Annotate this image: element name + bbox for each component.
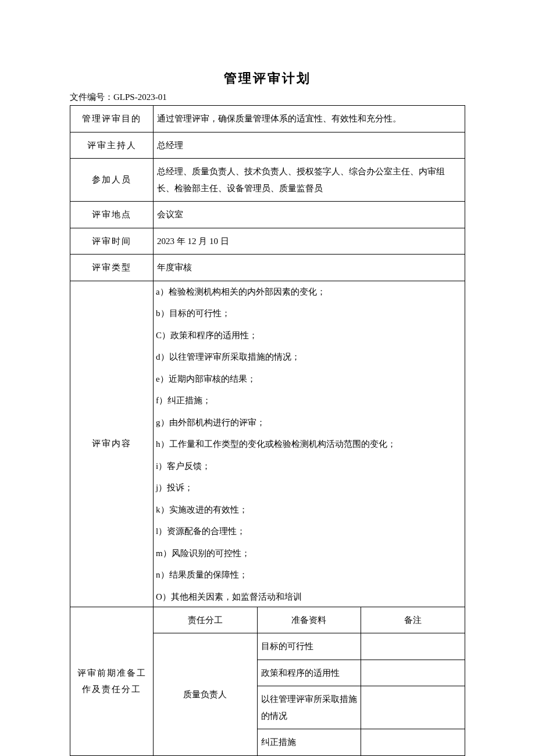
prep-material-0: 目标的可行性 (257, 633, 361, 660)
content-item-6: g）由外部机构进行的评审； (156, 412, 462, 434)
label-content: 评审内容 (70, 281, 154, 607)
prep-remark-0 (361, 633, 465, 660)
row-location: 评审地点 会议室 (70, 202, 465, 228)
content-item-1: b）目标的可行性； (156, 303, 462, 325)
document-page: 管理评审计划 文件编号：GLPS-2023-01 管理评审目的 通过管理评审，确… (0, 0, 535, 756)
value-purpose: 通过管理评审，确保质量管理体系的适宜性、有效性和充分性。 (154, 106, 465, 132)
row-purpose: 管理评审目的 通过管理评审，确保质量管理体系的适宜性、有效性和充分性。 (70, 106, 465, 132)
row-type: 评审类型 年度审核 (70, 255, 465, 281)
document-number-label: 文件编号： (70, 92, 113, 102)
label-time: 评审时间 (70, 228, 154, 255)
label-attendees: 参加人员 (70, 159, 154, 202)
content-item-12: m）风险识别的可控性； (156, 543, 462, 565)
row-time: 评审时间 2023 年 12 月 10 日 (70, 228, 465, 255)
value-type: 年度审核 (154, 255, 465, 281)
prep-material-3: 纠正措施 (257, 729, 361, 756)
label-purpose: 管理评审目的 (70, 106, 154, 132)
content-item-3: d）以往管理评审所采取措施的情况； (156, 346, 462, 368)
row-content: 评审内容 a）检验检测机构相关的内外部因素的变化；b）目标的可行性；C）政策和程… (70, 281, 465, 607)
content-item-8: i）客户反馈； (156, 456, 462, 478)
label-location: 评审地点 (70, 202, 154, 228)
sub-header-remark: 备注 (361, 607, 465, 633)
content-item-10: k）实施改进的有效性； (156, 499, 462, 521)
content-item-9: j）投诉； (156, 477, 462, 499)
sub-header-material: 准备资料 (257, 607, 361, 633)
prep-remark-2 (361, 686, 465, 729)
label-type: 评审类型 (70, 255, 154, 281)
prep-person: 质量负责人 (154, 633, 258, 756)
prep-material-1: 政策和程序的适用性 (257, 660, 361, 686)
row-attendees: 参加人员 总经理、质量负责人、技术负责人、授权签字人、综合办公室主任、内审组长、… (70, 159, 465, 202)
document-number: 文件编号：GLPS-2023-01 (70, 92, 465, 103)
prep-material-2: 以往管理评审所采取措施的情况 (257, 686, 361, 729)
value-attendees: 总经理、质量负责人、技术负责人、授权签字人、综合办公室主任、内审组长、检验部主任… (154, 159, 465, 202)
review-plan-table: 管理评审目的 通过管理评审，确保质量管理体系的适宜性、有效性和充分性。 评审主持… (70, 105, 465, 756)
content-item-4: e）近期内部审核的结果； (156, 368, 462, 390)
value-host: 总经理 (154, 132, 465, 159)
content-item-11: l）资源配备的合理性； (156, 521, 462, 543)
label-prep: 评审前期准备工作及责任分工 (70, 607, 154, 755)
content-item-5: f）纠正措施； (156, 390, 462, 412)
content-list: a）检验检测机构相关的内外部因素的变化；b）目标的可行性；C）政策和程序的适用性… (154, 281, 465, 607)
value-location: 会议室 (154, 202, 465, 228)
value-time: 2023 年 12 月 10 日 (154, 228, 465, 255)
row-host: 评审主持人 总经理 (70, 132, 465, 159)
prep-remark-3 (361, 729, 465, 756)
document-number-value: GLPS-2023-01 (113, 92, 167, 102)
content-item-14: O）其他相关因素，如监督活动和培训 (156, 586, 462, 607)
page-title: 管理评审计划 (70, 70, 465, 87)
sub-header-duty: 责任分工 (154, 607, 258, 633)
prep-remark-1 (361, 660, 465, 686)
label-host: 评审主持人 (70, 132, 154, 159)
value-content-cell: a）检验检测机构相关的内外部因素的变化；b）目标的可行性；C）政策和程序的适用性… (154, 281, 465, 607)
content-item-2: C）政策和程序的适用性； (156, 325, 462, 347)
content-item-0: a）检验检测机构相关的内外部因素的变化； (156, 281, 462, 303)
row-sub-header: 评审前期准备工作及责任分工 责任分工 准备资料 备注 (70, 607, 465, 633)
content-item-13: n）结果质量的保障性； (156, 564, 462, 586)
content-item-7: h）工作量和工作类型的变化或检验检测机构活动范围的变化； (156, 433, 462, 456)
